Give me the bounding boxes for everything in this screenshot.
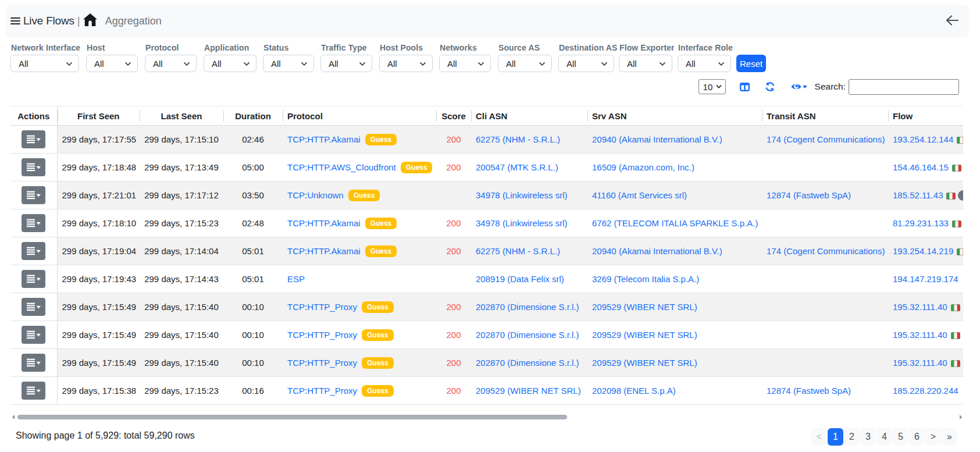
row-actions-button[interactable] xyxy=(22,382,45,400)
pagination-page-6[interactable]: 6 xyxy=(909,428,925,446)
pagination-last[interactable]: » xyxy=(942,428,957,446)
srv-asn-link[interactable]: 209529 (WIBER NET SRL) xyxy=(592,330,697,340)
srv-asn-link[interactable]: 20940 (Akamai International B.V.) xyxy=(592,246,722,256)
back-arrow-icon[interactable] xyxy=(946,15,958,27)
protocol-app-link[interactable]: HTTP_Proxy xyxy=(307,358,357,368)
flow-ip-link[interactable]: 195.32.111.40 xyxy=(893,358,947,368)
srv-asn-link[interactable]: 6762 (TELECOM ITALIA SPARKLE S.p.A.) xyxy=(592,218,758,228)
scrollbar-thumb[interactable] xyxy=(17,415,567,419)
col-header-actions[interactable]: Actions xyxy=(10,106,57,126)
protocol-l4-link[interactable]: TCP xyxy=(287,162,305,172)
srv-asn-link[interactable]: 20940 (Akamai International B.V.) xyxy=(592,134,722,144)
protocol-app-link[interactable]: HTTP_Proxy xyxy=(307,302,357,312)
protocol-l4-link[interactable]: ESP xyxy=(287,274,305,284)
flow-ip-link[interactable]: 185.52.11.43 xyxy=(893,190,943,200)
cli-asn-link[interactable]: 62275 (NHM - S.R.L.) xyxy=(476,246,560,256)
cli-asn-link[interactable]: 202870 (Dimensione S.r.l.) xyxy=(476,358,579,368)
filter-select-destination-as[interactable]: All xyxy=(558,55,614,72)
search-input[interactable] xyxy=(849,79,959,95)
cli-asn-link[interactable]: 200547 (MTK S.R.L.) xyxy=(476,162,558,172)
row-actions-button[interactable] xyxy=(22,298,45,316)
filter-select-flow-exporter[interactable]: All xyxy=(619,55,672,72)
protocol-app-link[interactable]: HTTP.Akamai xyxy=(307,134,360,144)
filter-select-network-interface[interactable]: All xyxy=(10,55,79,72)
cli-asn-link[interactable]: 209529 (WIBER NET SRL) xyxy=(476,386,581,396)
srv-asn-link[interactable]: 209529 (WIBER NET SRL) xyxy=(592,302,697,312)
protocol-l4-link[interactable]: TCP xyxy=(287,386,305,396)
protocol-app-link[interactable]: HTTP.Akamai xyxy=(307,246,360,256)
cli-asn-link[interactable]: 34978 (Linkwireless srl) xyxy=(476,218,568,228)
filter-select-status[interactable]: All xyxy=(263,55,314,72)
col-header-flow[interactable]: Flow xyxy=(888,106,963,126)
flow-ip-link[interactable]: 193.254.12.144 xyxy=(893,134,953,144)
protocol-l4-link[interactable]: TCP xyxy=(287,358,305,368)
srv-asn-link[interactable]: 41160 (Amt Services srl) xyxy=(592,190,687,200)
col-header-srv-asn[interactable]: Srv ASN xyxy=(587,106,762,126)
cli-asn-link[interactable]: 202870 (Dimensione S.r.l.) xyxy=(476,330,579,340)
flow-ip-link[interactable]: 81.29.231.133 xyxy=(893,218,949,228)
pagination-next[interactable]: > xyxy=(925,428,941,446)
filter-select-networks[interactable]: All xyxy=(439,55,491,72)
flow-ip-link[interactable]: 193.254.14.219 xyxy=(893,246,953,256)
table-columns-icon[interactable] xyxy=(740,83,750,91)
col-header-score[interactable]: Score xyxy=(436,106,471,126)
transit-asn-link[interactable]: 12874 (Fastweb SpA) xyxy=(767,386,851,396)
row-actions-button[interactable] xyxy=(22,186,45,204)
protocol-l4-link[interactable]: TCP xyxy=(287,302,305,312)
srv-asn-link[interactable]: 16509 (Amazon.com, Inc.) xyxy=(592,162,694,172)
transit-asn-link[interactable]: 12874 (Fastweb SpA) xyxy=(767,190,851,200)
row-actions-button[interactable] xyxy=(22,326,45,344)
flow-ip-link[interactable]: 154.46.164.15 xyxy=(893,162,949,172)
col-header-transit-asn[interactable]: Transit ASN xyxy=(762,106,888,126)
cli-asn-link[interactable]: 62275 (NHM - S.R.L.) xyxy=(476,134,560,144)
protocol-app-link[interactable]: HTTP_Proxy xyxy=(307,330,357,340)
home-icon[interactable] xyxy=(83,13,97,28)
filter-select-traffic-type[interactable]: All xyxy=(320,55,372,72)
srv-asn-link[interactable]: 202098 (ENEL S.p.A) xyxy=(592,386,676,396)
cli-asn-link[interactable]: 208919 (Data Felix srl) xyxy=(476,274,564,284)
row-actions-button[interactable] xyxy=(22,270,45,288)
scroll-left-arrow[interactable] xyxy=(12,415,15,419)
cli-asn-link[interactable]: 34978 (Linkwireless srl) xyxy=(476,190,568,200)
protocol-l4-link[interactable]: TCP xyxy=(287,134,305,144)
flow-ip-link[interactable]: 185.228.220.244 xyxy=(893,386,958,396)
col-header-protocol[interactable]: Protocol xyxy=(283,106,436,126)
protocol-l4-link[interactable]: TCP xyxy=(287,190,305,200)
cli-asn-link[interactable]: 202870 (Dimensione S.r.l.) xyxy=(476,302,579,312)
protocol-app-link[interactable]: Unknown xyxy=(307,190,344,200)
filter-select-protocol[interactable]: All xyxy=(145,55,197,72)
page-length-select[interactable]: 10 xyxy=(699,79,726,94)
protocol-app-link[interactable]: HTTP.AWS_Cloudfront xyxy=(307,162,396,172)
refresh-icon[interactable] xyxy=(765,82,775,91)
flow-ip-link[interactable]: 195.32.111.40 xyxy=(893,302,947,312)
protocol-l4-link[interactable]: TCP xyxy=(287,330,305,340)
filter-select-interface-role[interactable]: All xyxy=(678,55,731,72)
visibility-eye-icon[interactable] xyxy=(791,83,807,91)
scroll-right-arrow[interactable] xyxy=(960,415,962,419)
protocol-app-link[interactable]: HTTP.Akamai xyxy=(307,218,360,228)
row-actions-button[interactable] xyxy=(22,214,45,232)
pagination-prev[interactable]: < xyxy=(811,428,827,446)
srv-asn-link[interactable]: 209529 (WIBER NET SRL) xyxy=(592,358,697,368)
row-actions-button[interactable] xyxy=(22,158,45,176)
transit-asn-link[interactable]: 174 (Cogent Communications) xyxy=(767,246,885,256)
protocol-l4-link[interactable]: TCP xyxy=(287,246,305,256)
flow-ip-link[interactable]: 195.32.111.40 xyxy=(893,330,947,340)
transit-asn-link[interactable]: 174 (Cogent Communications) xyxy=(767,134,885,144)
pagination-page-3[interactable]: 3 xyxy=(860,428,876,446)
col-header-last-seen[interactable]: Last Seen xyxy=(140,106,223,126)
row-actions-button[interactable] xyxy=(22,354,45,372)
filter-select-host-pools[interactable]: All xyxy=(379,55,433,72)
row-actions-button[interactable] xyxy=(22,242,45,260)
srv-asn-link[interactable]: 3269 (Telecom Italia S.p.A.) xyxy=(592,274,699,284)
pagination-page-4[interactable]: 4 xyxy=(876,428,892,446)
pagination-page-2[interactable]: 2 xyxy=(844,428,860,446)
row-actions-button[interactable] xyxy=(22,130,45,148)
col-header-duration[interactable]: Duration xyxy=(223,106,283,126)
pagination-page-1[interactable]: 1 xyxy=(828,428,843,446)
protocol-app-link[interactable]: HTTP_Proxy xyxy=(307,386,357,396)
filter-select-source-as[interactable]: All xyxy=(498,55,552,72)
flow-ip-link[interactable]: 194.147.219.174 xyxy=(893,274,958,284)
menu-icon[interactable] xyxy=(10,17,20,25)
col-header-cli-asn[interactable]: Cli ASN xyxy=(471,106,587,126)
